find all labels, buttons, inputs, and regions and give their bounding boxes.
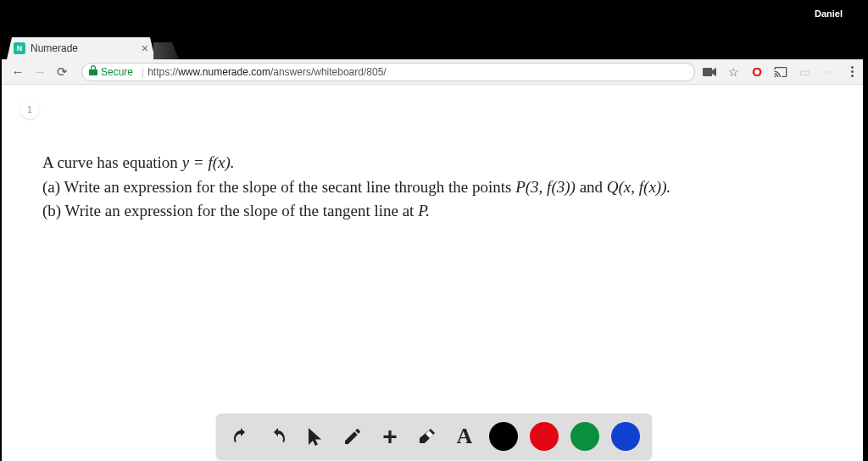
math-equation: y = f(x).: [182, 153, 235, 171]
problem-line-3: (b) Write an expression for the slope of…: [42, 199, 826, 224]
tab-strip: N Numerade ×: [0, 34, 868, 59]
browser-tab[interactable]: N Numerade ×: [7, 37, 155, 59]
right-border: [863, 51, 868, 461]
page-number-badge[interactable]: 1: [20, 100, 39, 119]
profile-label[interactable]: Daniel: [815, 8, 843, 19]
math-point-p: P(3, f(3)): [515, 178, 576, 196]
problem-text: A curve has equation y = f(x). (a) Write…: [0, 85, 868, 224]
url-input[interactable]: Secure | https://www.numerade.com/answer…: [81, 63, 695, 81]
camera-icon[interactable]: [702, 64, 717, 80]
text: and: [576, 178, 607, 196]
math-point-p2: P.: [418, 202, 430, 219]
toolbar-right: ☆ O ▭ ◦◦: [702, 64, 860, 80]
url-divider: |: [142, 66, 144, 78]
url-scheme: https://: [147, 66, 178, 78]
opera-icon[interactable]: O: [749, 64, 765, 80]
undo-button[interactable]: [228, 424, 253, 449]
close-icon[interactable]: ×: [142, 42, 148, 55]
lock-icon: [89, 65, 97, 78]
address-bar: ← → ⟳ Secure | https://www.numerade.com/…: [0, 59, 868, 85]
pencil-tool[interactable]: [340, 424, 365, 449]
page-viewport: 1 A curve has equation y = f(x). (a) Wri…: [0, 85, 868, 461]
text: (a) Write an expression for the slope of…: [42, 178, 515, 196]
color-blue[interactable]: [611, 422, 640, 451]
math-point-q: Q(x, f(x)).: [607, 178, 670, 196]
forward-button[interactable]: →: [31, 63, 49, 81]
color-green[interactable]: [570, 422, 599, 451]
text-tool[interactable]: A: [452, 424, 477, 449]
menu-button[interactable]: [844, 64, 860, 80]
left-border: [0, 51, 2, 461]
redo-button[interactable]: [265, 424, 291, 449]
pointer-tool[interactable]: [303, 424, 328, 449]
tab-favicon: N: [14, 42, 25, 54]
text: A curve has equation: [42, 153, 182, 171]
text: (b) Write an expression for the slope of…: [42, 202, 418, 219]
color-red[interactable]: [530, 422, 559, 451]
svg-rect-0: [703, 68, 712, 76]
star-icon[interactable]: ☆: [726, 64, 741, 80]
add-tool[interactable]: +: [377, 424, 403, 449]
problem-line-1: A curve has equation y = f(x).: [42, 151, 826, 175]
color-black[interactable]: [489, 422, 518, 451]
profile-icon[interactable]: ◦◦: [821, 64, 836, 80]
back-button[interactable]: ←: [8, 63, 27, 81]
url-host: www.numerade.com: [178, 66, 270, 78]
eraser-tool[interactable]: [415, 424, 440, 449]
problem-line-2: (a) Write an expression for the slope of…: [42, 175, 826, 200]
reload-button[interactable]: ⟳: [53, 63, 71, 81]
secure-label: Secure: [101, 66, 133, 78]
window-icon[interactable]: ▭: [797, 64, 812, 80]
url-path: /answers/whiteboard/805/: [270, 66, 387, 78]
browser-titlebar: Daniel: [0, 0, 868, 34]
cast-icon[interactable]: [773, 64, 788, 80]
whiteboard-toolbar: + A: [216, 414, 652, 459]
tab-title: Numerade: [31, 42, 142, 54]
inactive-tab-hint[interactable]: [153, 42, 179, 59]
secure-badge: Secure: [89, 65, 133, 78]
